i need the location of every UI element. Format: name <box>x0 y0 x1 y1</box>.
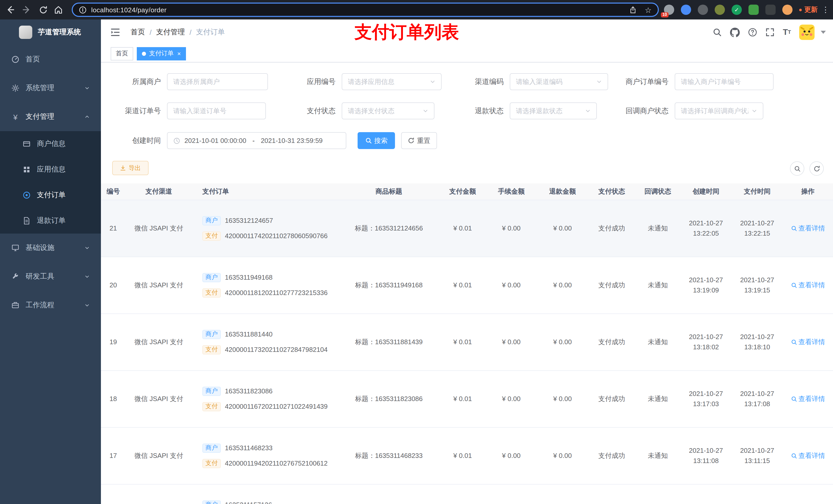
sidebar-item-label: 应用信息 <box>37 165 66 174</box>
sidebar-item-infra[interactable]: 基础设施 <box>0 234 101 262</box>
merchant-tag: 商户 <box>203 330 221 339</box>
browser-home-icon[interactable] <box>51 3 66 17</box>
tab-pay-order[interactable]: 支付订单 × <box>137 47 186 60</box>
pay-order-no: 4200001173202110272847982104 <box>225 346 328 354</box>
search-button[interactable]: 搜索 <box>358 132 395 149</box>
view-detail-link[interactable]: 查看详情 <box>791 337 825 346</box>
sidebar-toggle-icon[interactable] <box>110 27 120 38</box>
extension-icon[interactable]: 10 <box>664 5 674 15</box>
sidebar-item-pay-order[interactable]: 支付订单 <box>0 182 101 208</box>
app-title: 芋道管理系统 <box>38 28 81 37</box>
cell-notify: 未通知 <box>635 370 680 427</box>
view-detail-link[interactable]: 查看详情 <box>791 223 825 233</box>
browser-reload-icon[interactable] <box>36 3 50 17</box>
merchant-tag: 商户 <box>203 500 221 504</box>
cell-title: 标题：1635311949168 <box>338 257 439 313</box>
extension-icon[interactable] <box>748 5 759 15</box>
site-info-icon[interactable] <box>79 6 87 14</box>
cell-channel: 微信 JSAPI 支付 <box>125 427 192 484</box>
extension-icon[interactable]: ✓ <box>732 5 742 15</box>
cell-pay-time: 2021-10-2713:18:10 <box>732 313 783 370</box>
table-row: 19 微信 JSAPI 支付 商户1635311881440 支付4200001… <box>101 313 833 370</box>
fullscreen-icon[interactable] <box>765 28 775 37</box>
filter-app-no: 应用编号 请选择应用信息 <box>279 73 442 90</box>
sidebar-item-pay-management[interactable]: ¥ 支付管理 <box>0 102 101 131</box>
sidebar-item-label: 研发工具 <box>26 272 54 281</box>
refresh-table-button[interactable] <box>809 161 824 176</box>
browser-update-button[interactable]: 更新 <box>799 0 818 20</box>
cell-pay-time: 2021-10-2713:11:15 <box>732 427 783 484</box>
github-icon[interactable] <box>730 27 740 37</box>
export-button[interactable]: 导出 <box>112 161 148 175</box>
create-time-range[interactable]: 2021-10-01 00:00:00 - 2021-10-31 23:59:5… <box>167 132 346 149</box>
view-detail-link[interactable]: 查看详情 <box>791 451 825 460</box>
sidebar-item-system[interactable]: 系统管理 <box>0 74 101 102</box>
merchant-input[interactable] <box>167 73 268 90</box>
cell-action: 查看详情 <box>783 370 833 427</box>
browser-back-icon[interactable] <box>3 3 18 17</box>
filter-label: 所属商户 <box>112 77 167 86</box>
date-range-end[interactable]: 2021-10-31 23:59:59 <box>261 137 323 144</box>
profile-avatar-icon[interactable] <box>782 5 792 15</box>
sidebar-item-app-info[interactable]: 应用信息 <box>0 157 101 182</box>
main-content: 所属商户 应用编号 请选择应用信息 渠道编码 请输入渠道编码 商户订单编号 <box>101 63 833 504</box>
extension-icon[interactable] <box>698 5 708 15</box>
tab-label: 首页 <box>116 49 128 58</box>
sidebar: 芋道管理系统 首页 系统管理 ¥ 支付管理 <box>0 20 101 504</box>
sidebar-item-refund-order[interactable]: 退款订单 <box>0 208 101 234</box>
chevron-down-icon <box>85 86 90 91</box>
table-row: 21 微信 JSAPI 支付 商户1635312124657 支付4200001… <box>101 200 833 257</box>
callback-status-select[interactable]: 请选择订单回调商户状态 <box>675 102 763 119</box>
extension-icon[interactable] <box>681 5 691 15</box>
sidebar-item-label: 商户信息 <box>37 139 66 148</box>
col-status: 支付状态 <box>588 183 635 200</box>
help-icon[interactable] <box>748 28 757 37</box>
app-no-select[interactable]: 请选择应用信息 <box>342 73 442 90</box>
breadcrumb-home[interactable]: 首页 <box>130 28 145 37</box>
pay-status-select[interactable]: 请选择支付状态 <box>342 102 434 119</box>
extension-icon[interactable] <box>715 5 725 15</box>
user-menu-caret-icon[interactable] <box>821 31 826 34</box>
table-row: 17 微信 JSAPI 支付 商户1635311468233 支付4200001… <box>101 427 833 484</box>
refund-status-select[interactable]: 请选择退款状态 <box>510 102 597 119</box>
document-icon <box>23 217 31 225</box>
cell-title: 标题：1635312124656 <box>338 200 439 257</box>
sidebar-item-dev-tools[interactable]: 研发工具 <box>0 262 101 291</box>
channel-code-select[interactable]: 请输入渠道编码 <box>510 73 608 90</box>
sidebar-logo[interactable]: 芋道管理系统 <box>0 20 101 45</box>
browser-extensions: 10 ✓ <box>664 5 792 15</box>
share-icon[interactable] <box>629 6 637 14</box>
font-size-icon[interactable]: TT <box>783 28 791 37</box>
tab-close-icon[interactable]: × <box>177 50 181 56</box>
cell-id: 17 <box>101 427 125 484</box>
filter-label: 应用编号 <box>279 77 342 86</box>
user-avatar[interactable] <box>799 25 814 40</box>
tab-home[interactable]: 首页 <box>111 47 133 60</box>
merchant-input-field[interactable] <box>173 74 262 90</box>
sidebar-item-merchant-info[interactable]: 商户信息 <box>0 131 101 157</box>
chevron-down-icon <box>596 79 602 85</box>
browser-menu-icon[interactable]: ⋮ <box>822 0 830 20</box>
col-amount: 支付金额 <box>439 183 486 200</box>
channel-order-no-input[interactable] <box>167 102 266 119</box>
toggle-search-button[interactable] <box>790 161 804 176</box>
reset-button[interactable]: 重置 <box>401 132 437 149</box>
sidebar-item-label: 支付管理 <box>26 112 54 121</box>
merchant-order-no-field[interactable] <box>681 74 767 90</box>
search-icon[interactable] <box>713 28 722 37</box>
merchant-order-no-input[interactable] <box>675 73 774 90</box>
date-range-start[interactable]: 2021-10-01 00:00:00 <box>185 137 246 144</box>
extension-icon[interactable] <box>765 5 776 15</box>
reset-button-label: 重置 <box>417 136 430 145</box>
url-bar[interactable]: localhost:1024/pay/order ☆ <box>72 3 659 17</box>
channel-order-no-field[interactable] <box>173 103 260 119</box>
url-text[interactable]: localhost:1024/pay/order <box>91 6 166 14</box>
sidebar-item-workflow[interactable]: 工作流程 <box>0 291 101 320</box>
sidebar-item-home[interactable]: 首页 <box>0 45 101 74</box>
browser-forward-icon[interactable] <box>20 3 34 17</box>
select-placeholder: 请选择退款状态 <box>516 106 563 116</box>
breadcrumb-pay[interactable]: 支付管理 <box>156 28 185 37</box>
view-detail-link[interactable]: 查看详情 <box>791 281 825 290</box>
bookmark-star-icon[interactable]: ☆ <box>645 6 652 14</box>
view-detail-link[interactable]: 查看详情 <box>791 394 825 403</box>
